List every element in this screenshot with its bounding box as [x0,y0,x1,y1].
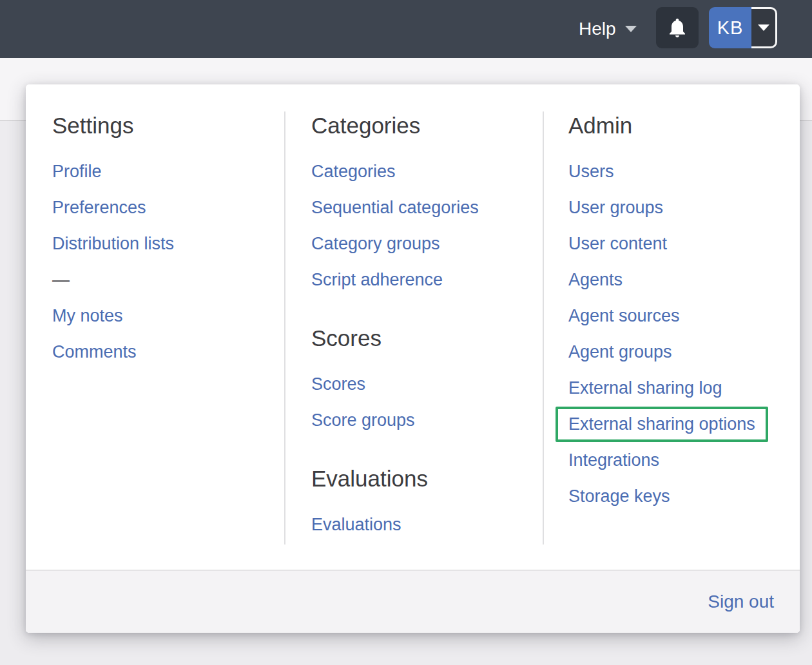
menu-item-score-groups[interactable]: Score groups [311,410,415,430]
menu-row: User content [568,226,812,262]
menu-item-profile[interactable]: Profile [52,162,102,182]
menu-divider-dash: — [52,270,70,290]
section-heading-settings: Settings [52,111,278,140]
menu-row: Agents [568,262,812,298]
menu-list: Scores Score groups [311,366,537,438]
menu-item-external-sharing-options[interactable]: External sharing options [568,414,755,434]
menu-row: Preferences [52,189,278,226]
menu-row: Integrations [568,442,812,478]
user-menu-toggle-button[interactable] [751,7,777,48]
menu-item-sequential-categories[interactable]: Sequential categories [311,198,479,218]
user-dropdown-panel: Settings Profile Preferences Distributio… [26,84,800,633]
section-heading-scores: Scores [311,324,537,352]
menu-item-users[interactable]: Users [568,162,614,182]
menu-row: Agent groups [568,334,812,370]
chevron-down-icon [625,26,637,32]
menu-row: Script adherence [311,262,537,298]
menu-item-evaluations[interactable]: Evaluations [311,515,401,535]
menu-item-external-sharing-log[interactable]: External sharing log [568,378,722,398]
menu-row: Profile [52,153,278,189]
menu-list: Profile Preferences Distribution lists —… [52,153,278,370]
menu-item-script-adherence[interactable]: Script adherence [311,270,443,290]
menu-item-category-groups[interactable]: Category groups [311,234,440,254]
menu-column-categories: Categories Categories Sequential categor… [311,84,537,543]
menu-row: Storage keys [568,478,812,514]
menu-item-agents[interactable]: Agents [568,270,623,290]
sign-out-link[interactable]: Sign out [708,592,774,612]
menu-row: Score groups [311,402,537,438]
menu-section-categories: Categories Categories Sequential categor… [311,111,537,298]
menu-row: Category groups [311,226,537,262]
menu-row: External sharing log [568,370,812,406]
menu-row: Agent sources [568,298,812,334]
menu-item-user-groups[interactable]: User groups [568,198,663,218]
menu-item-distribution-lists[interactable]: Distribution lists [52,234,174,254]
menu-row: Sequential categories [311,189,537,226]
user-menu-widget: KB [709,7,777,48]
column-divider [284,111,285,545]
menu-item-preferences[interactable]: Preferences [52,198,146,218]
menu-item-my-notes[interactable]: My notes [52,306,123,326]
help-menu[interactable]: Help [579,0,637,58]
menu-section-evaluations: Evaluations Evaluations [311,465,537,543]
menu-row: Comments [52,334,278,370]
menu-row: Distribution lists [52,226,278,262]
section-heading-evaluations: Evaluations [311,465,537,493]
highlight-outline: External sharing options [556,407,768,442]
notifications-button[interactable] [656,7,699,48]
menu-item-storage-keys[interactable]: Storage keys [568,487,670,506]
column-divider [543,111,544,545]
panel-footer: Sign out [26,570,800,633]
menu-row: Users [568,153,812,189]
menu-row: External sharing options [568,406,812,442]
menu-row: Scores [311,366,537,402]
menu-item-categories[interactable]: Categories [311,162,396,182]
menu-column-settings: Settings Profile Preferences Distributio… [52,84,278,370]
avatar[interactable]: KB [709,7,751,48]
menu-row: — [52,262,278,298]
menu-item-agent-groups[interactable]: Agent groups [568,342,672,362]
chevron-down-icon [758,24,769,31]
menu-list: Categories Sequential categories Categor… [311,153,537,298]
menu-item-integrations[interactable]: Integrations [568,450,659,470]
menu-row: My notes [52,298,278,334]
menu-section-admin: Admin Users User groups User content Age… [568,111,812,514]
menu-list: Evaluations [311,506,537,543]
menu-item-scores[interactable]: Scores [311,374,365,394]
menu-section-settings: Settings Profile Preferences Distributio… [52,111,278,370]
menu-row: Evaluations [311,506,537,543]
menu-item-user-content[interactable]: User content [568,234,667,254]
section-heading-categories: Categories [311,111,537,140]
menu-section-scores: Scores Scores Score groups [311,324,537,438]
help-label: Help [579,19,616,39]
menu-column-admin: Admin Users User groups User content Age… [568,84,812,514]
menu-list: Users User groups User content Agents Ag… [568,153,812,514]
menu-item-comments[interactable]: Comments [52,342,137,362]
top-bar: Help KB [0,0,812,58]
menu-row: Categories [311,153,537,189]
menu-item-agent-sources[interactable]: Agent sources [568,306,680,326]
avatar-initials: KB [717,17,744,39]
menu-row: User groups [568,189,812,226]
bell-icon [666,16,689,39]
section-heading-admin: Admin [568,111,812,140]
